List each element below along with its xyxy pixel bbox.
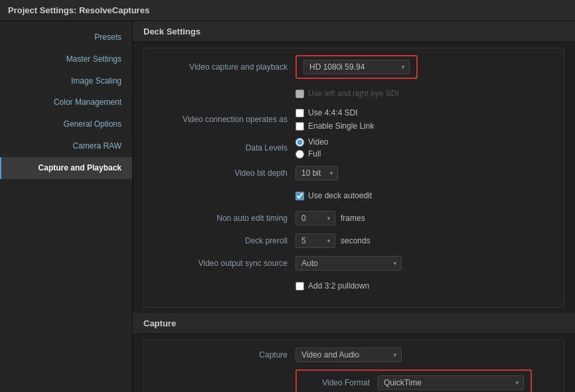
left-right-eye-checkbox-row: Use left and right eye SDI — [295, 89, 399, 98]
deck-preroll-dropdown[interactable]: 5 3 7 — [295, 233, 335, 248]
data-level-video-radio[interactable] — [295, 138, 304, 147]
sidebar: Presets Master Settings Image Scaling Co… — [0, 21, 133, 392]
deck-settings-title: Deck Settings — [133, 21, 575, 42]
use-deck-autoedit-checkbox-row: Use deck autoedit — [295, 191, 372, 200]
use-deck-autoedit-checkbox[interactable] — [295, 192, 304, 200]
title-bar: Project Settings: ResolveCaptures — [0, 0, 575, 21]
non-auto-edit-timing-label: Non auto edit timing — [155, 214, 288, 223]
video-format-dropdown-wrapper[interactable]: QuickTime MXF AVI — [378, 375, 524, 390]
deck-preroll-row: Deck preroll 5 3 7 seconds — [155, 233, 553, 249]
video-output-sync-dropdown[interactable]: Auto Reference Internal — [295, 256, 402, 271]
left-right-eye-row: Use left and right eye SDI — [155, 86, 553, 101]
non-auto-edit-timing-dropdown-wrapper[interactable]: 0 1 2 — [295, 211, 335, 226]
left-right-eye-checkbox[interactable] — [295, 90, 304, 98]
video-bit-depth-dropdown-wrapper[interactable]: 10 bit 8 bit 12 bit — [295, 166, 338, 180]
seconds-label: seconds — [341, 236, 370, 245]
sidebar-item-presets[interactable]: Presets — [0, 27, 132, 48]
video-capture-row: Video capture and playback HD 1080i 59.9… — [155, 55, 553, 79]
video-bit-depth-row: Video bit depth 10 bit 8 bit 12 bit — [155, 165, 553, 181]
add-32-pulldown-checkbox-row: Add 3:2 pulldown — [295, 281, 369, 291]
sidebar-item-master-settings[interactable]: Master Settings — [0, 48, 132, 70]
enable-single-link-checkbox[interactable] — [295, 122, 304, 131]
video-format-label: Video Format — [303, 378, 370, 387]
add-32-pulldown-row: Add 3:2 pulldown — [155, 278, 553, 294]
video-connection-row: Video connection operates as Use 4:4:4 S… — [155, 108, 553, 131]
add-32-pulldown-label: Add 3:2 pulldown — [308, 281, 369, 291]
video-capture-dropdown-wrapper[interactable]: HD 1080i 59.94 HD 1080p 23.98 HD 1080p 2… — [303, 60, 410, 74]
video-output-sync-row: Video output sync source Auto Reference … — [155, 255, 553, 271]
video-output-sync-dropdown-wrapper[interactable]: Auto Reference Internal — [295, 256, 402, 271]
capture-panel: Capture Video and Audio Video Only Audio… — [143, 340, 564, 392]
sidebar-item-capture-and-playback[interactable]: Capture and Playback — [0, 157, 132, 179]
video-connection-label: Video connection operates as — [155, 115, 288, 124]
data-level-video-label: Video — [308, 137, 328, 147]
use-deck-autoedit-label: Use deck autoedit — [308, 191, 372, 200]
data-level-full-label: Full — [308, 149, 321, 159]
video-bit-depth-dropdown[interactable]: 10 bit 8 bit 12 bit — [295, 166, 338, 180]
enable-single-link-row: Enable Single Link — [295, 121, 374, 131]
video-format-dropdown[interactable]: QuickTime MXF AVI — [378, 375, 524, 390]
deck-settings-panel: Video capture and playback HD 1080i 59.9… — [143, 48, 564, 308]
video-output-sync-label: Video output sync source — [155, 259, 288, 268]
deck-preroll-dropdown-wrapper[interactable]: 5 3 7 — [295, 233, 335, 248]
sidebar-item-general-options[interactable]: General Options — [0, 113, 132, 135]
frames-label: frames — [341, 214, 365, 223]
capture-section-title: Capture — [133, 313, 575, 334]
non-auto-edit-timing-row: Non auto edit timing 0 1 2 frames — [155, 210, 553, 226]
use-444-sdi-label: Use 4:4:4 SDI — [308, 108, 358, 117]
data-level-video-row: Video — [295, 137, 328, 147]
data-levels-label: Data Levels — [155, 143, 288, 153]
use-444-sdi-checkbox[interactable] — [295, 109, 304, 117]
sidebar-item-camera-raw[interactable]: Camera RAW — [0, 135, 132, 157]
use-deck-autoedit-row: Use deck autoedit — [155, 188, 553, 204]
video-capture-highlight: HD 1080i 59.94 HD 1080p 23.98 HD 1080p 2… — [295, 55, 418, 79]
video-format-codec-highlight: Video Format QuickTime MXF AVI Codec — [295, 369, 532, 392]
capture-dropdown[interactable]: Video and Audio Video Only Audio Only — [295, 348, 402, 362]
capture-dropdown-wrapper[interactable]: Video and Audio Video Only Audio Only — [295, 348, 402, 362]
video-capture-dropdown[interactable]: HD 1080i 59.94 HD 1080p 23.98 HD 1080p 2… — [303, 60, 410, 74]
deck-preroll-label: Deck preroll — [155, 236, 288, 245]
data-levels-radio-group: Video Full — [295, 137, 328, 159]
non-auto-edit-timing-content: 0 1 2 frames — [295, 211, 365, 226]
data-levels-row: Data Levels Video Full — [155, 137, 553, 159]
data-level-full-row: Full — [295, 149, 328, 159]
add-32-pulldown-checkbox[interactable] — [295, 282, 304, 291]
use-444-sdi-row: Use 4:4:4 SDI — [295, 108, 374, 117]
sidebar-item-image-scaling[interactable]: Image Scaling — [0, 70, 132, 92]
capture-row: Capture Video and Audio Video Only Audio… — [155, 347, 553, 363]
video-bit-depth-label: Video bit depth — [155, 168, 288, 178]
capture-label: Capture — [155, 350, 288, 359]
video-format-row: Video Format QuickTime MXF AVI — [303, 375, 524, 391]
enable-single-link-label: Enable Single Link — [308, 121, 374, 131]
left-right-eye-label: Use left and right eye SDI — [308, 89, 399, 98]
data-level-full-radio[interactable] — [295, 150, 304, 159]
title-bar-text: Project Settings: ResolveCaptures — [8, 5, 149, 15]
sidebar-item-color-management[interactable]: Color Management — [0, 92, 132, 113]
video-capture-label: Video capture and playback — [155, 62, 288, 72]
main-content: Deck Settings Video capture and playback… — [133, 21, 575, 392]
non-auto-edit-timing-dropdown[interactable]: 0 1 2 — [295, 211, 335, 226]
deck-preroll-content: 5 3 7 seconds — [295, 233, 370, 248]
